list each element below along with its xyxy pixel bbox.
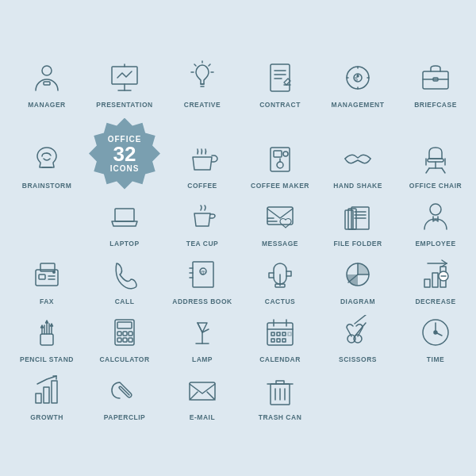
svg-rect-98 xyxy=(288,332,291,336)
svg-point-0 xyxy=(42,66,52,75)
svg-line-115 xyxy=(207,392,215,400)
svg-rect-25 xyxy=(423,71,448,89)
icon-briefcase: BRIEFCASE xyxy=(397,54,474,110)
svg-rect-96 xyxy=(277,332,280,336)
svg-point-55 xyxy=(52,271,56,274)
icon-calculator: CALCULATOR xyxy=(86,309,163,365)
icon-management: $ MANAGEMENT xyxy=(319,54,397,110)
svg-rect-110 xyxy=(52,381,57,403)
svg-line-9 xyxy=(209,64,210,66)
icon-fax: FAX xyxy=(8,251,86,307)
svg-rect-68 xyxy=(424,279,430,287)
svg-point-31 xyxy=(283,152,288,156)
icon-employee: EMPLOYEE xyxy=(397,193,474,249)
svg-rect-95 xyxy=(271,332,274,336)
svg-line-10 xyxy=(194,64,196,66)
svg-text:$: $ xyxy=(355,76,358,82)
svg-line-114 xyxy=(190,392,198,400)
icon-presentation: PRESENTATION xyxy=(86,54,163,110)
svg-rect-89 xyxy=(129,338,132,342)
icon-creative: CREATIVE xyxy=(163,54,241,110)
svg-marker-80 xyxy=(41,325,44,328)
svg-rect-113 xyxy=(190,382,215,400)
main-container: MANAGER PRESENTATION CREATIVE CONTRACT $ xyxy=(4,46,472,431)
icon-lamp: LAMP xyxy=(163,309,241,365)
svg-rect-100 xyxy=(277,339,280,342)
svg-point-107 xyxy=(434,331,437,334)
svg-rect-108 xyxy=(36,393,41,403)
svg-rect-109 xyxy=(44,387,49,403)
svg-rect-97 xyxy=(282,332,286,336)
icon-manager: MANAGER xyxy=(8,54,86,110)
svg-text:@: @ xyxy=(200,270,205,275)
svg-marker-81 xyxy=(51,324,53,326)
svg-rect-86 xyxy=(129,332,132,336)
icon-file-folder: FILE FOLDER xyxy=(319,193,397,249)
svg-line-38 xyxy=(442,168,445,173)
icon-growth: GROWTH xyxy=(8,367,86,423)
icon-paperclip: PAPERCLIP xyxy=(86,367,163,423)
svg-rect-69 xyxy=(432,273,438,287)
icon-trash-can: TRASH CAN xyxy=(241,367,319,423)
icon-tea-cup: TEA CUP xyxy=(163,193,241,249)
icon-decrease: DECREASE xyxy=(397,251,474,307)
svg-rect-13 xyxy=(271,64,290,91)
icon-message: MESSAGE xyxy=(241,193,319,249)
svg-rect-41 xyxy=(115,209,134,221)
icon-grid: MANAGER PRESENTATION CREATIVE CONTRACT $ xyxy=(8,54,468,423)
icon-cactus: CACTUS xyxy=(241,251,319,307)
svg-point-32 xyxy=(277,162,283,168)
svg-rect-87 xyxy=(117,338,121,342)
icon-office-chair: OFFICE CHAIR xyxy=(397,112,474,191)
svg-rect-30 xyxy=(274,151,282,157)
svg-rect-1 xyxy=(44,82,50,85)
svg-rect-88 xyxy=(123,338,127,342)
icon-contract: CONTRACT xyxy=(241,54,319,110)
icon-pencil-stand: PENCIL STAND xyxy=(8,309,86,365)
icon-address-book: @ ADDRESS BOOK xyxy=(163,251,241,307)
icon-coffee: COFFEE xyxy=(163,112,241,191)
icon-call: CALL xyxy=(86,251,163,307)
icon-diagram: DIAGRAM xyxy=(319,251,397,307)
office-badge: OFFICE 32 ICONS xyxy=(89,118,160,190)
office-badge-cell: OFFICE 32 ICONS xyxy=(86,112,163,191)
svg-rect-83 xyxy=(117,322,132,328)
svg-rect-101 xyxy=(282,339,286,342)
svg-rect-85 xyxy=(123,332,127,336)
svg-line-37 xyxy=(426,168,429,173)
svg-rect-52 xyxy=(39,274,45,279)
icon-scissors: SCISSORS xyxy=(319,309,397,365)
icon-email: E-MAIL xyxy=(163,367,241,423)
svg-marker-79 xyxy=(46,321,48,323)
svg-point-49 xyxy=(430,204,441,215)
icon-brainstorm: BRAINSTORM xyxy=(8,112,86,191)
icon-laptop: LAPTOP xyxy=(86,193,163,249)
icon-calendar: CALENDAR xyxy=(241,309,319,365)
icon-handshake: HAND SHAKE xyxy=(319,112,397,191)
icon-time: TIME xyxy=(397,309,474,365)
svg-rect-99 xyxy=(271,339,274,342)
svg-rect-84 xyxy=(117,332,121,336)
svg-rect-73 xyxy=(40,334,53,345)
empty-cell-1 xyxy=(8,193,86,249)
icon-coffee-maker: COFFEE MAKER xyxy=(241,112,319,191)
